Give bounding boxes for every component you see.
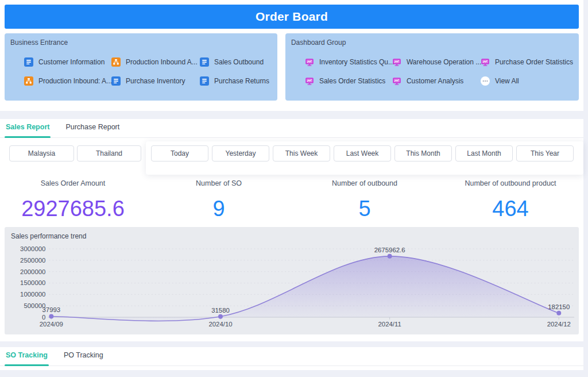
kpi-value: 2927685.6 bbox=[0, 197, 146, 221]
svg-text:2000000: 2000000 bbox=[20, 268, 45, 275]
entry-view-all[interactable]: View All bbox=[481, 76, 573, 86]
kpi-value: 5 bbox=[292, 197, 438, 221]
entry-purchase-inventory[interactable]: Purchase Inventory bbox=[111, 76, 200, 86]
app-header: Order Board bbox=[5, 5, 579, 29]
entry-label: Sales Order Statistics bbox=[319, 77, 385, 85]
sitemap-icon bbox=[24, 76, 33, 86]
entry-label: Inventory Statistics Qu... bbox=[319, 58, 394, 66]
kpi-number-of-outbound-product: Number of outbound product 464 bbox=[438, 179, 583, 221]
svg-text:1500000: 1500000 bbox=[20, 279, 45, 286]
sitemap-icon bbox=[111, 57, 121, 67]
entry-production-inbound-a2[interactable]: Production Inbound: A... bbox=[24, 76, 111, 86]
ellipsis-icon bbox=[481, 76, 490, 86]
top-section: Order Board Business Entrance Customer I… bbox=[0, 0, 583, 111]
panel-title: Business Entrance bbox=[10, 39, 272, 47]
chart-monitor-icon bbox=[392, 57, 401, 67]
kpi-label: Number of outbound product bbox=[438, 179, 583, 187]
entry-sales-order-statistics[interactable]: Sales Order Statistics bbox=[305, 76, 392, 86]
entry-label: Customer Analysis bbox=[407, 77, 463, 85]
time-filter-last-week[interactable]: Last Week bbox=[334, 145, 391, 161]
chart-monitor-icon bbox=[305, 57, 314, 67]
tab-sales-report[interactable]: Sales Report bbox=[5, 123, 51, 137]
entry-customer-analysis[interactable]: Customer Analysis bbox=[392, 76, 481, 86]
svg-text:2024/10: 2024/10 bbox=[208, 321, 232, 328]
business-entrance-panel: Business Entrance Customer Information P… bbox=[5, 33, 277, 101]
kpi-label: Number of outbound bbox=[292, 179, 438, 187]
kpi-sales-order-amount: Sales Order Amount 2927685.6 bbox=[0, 179, 146, 221]
entry-label: Production Inbound: A... bbox=[38, 77, 112, 85]
chart-monitor-icon bbox=[305, 76, 314, 86]
business-entrance-items: Customer Information Production Inbound … bbox=[10, 57, 272, 86]
svg-text:2024/09: 2024/09 bbox=[40, 321, 63, 328]
kpi-value: 9 bbox=[146, 197, 292, 221]
svg-text:2500000: 2500000 bbox=[20, 257, 45, 264]
time-filter-yesterday[interactable]: Yesterday bbox=[212, 145, 269, 161]
kpi-value: 464 bbox=[438, 197, 583, 221]
svg-text:37993: 37993 bbox=[42, 306, 61, 313]
time-filter-last-month[interactable]: Last Month bbox=[455, 145, 513, 161]
kpi-row: Sales Order Amount 2927685.6 Number of S… bbox=[0, 176, 583, 221]
kpi-number-of-outbound: Number of outbound 5 bbox=[292, 179, 438, 221]
dashboard-group-items: Inventory Statistics Qu... Warehouse Ope… bbox=[291, 57, 573, 86]
tab-po-tracking[interactable]: PO Tracking bbox=[63, 351, 105, 366]
country-filter-malaysia[interactable]: Malaysia bbox=[9, 145, 74, 161]
time-filter-today[interactable]: Today bbox=[151, 145, 208, 161]
dashboard-group-panel: Dashboard Group Inventory Statistics Qu.… bbox=[285, 33, 579, 101]
tab-purchase-report[interactable]: Purchase Report bbox=[64, 123, 121, 137]
entry-label: Sales Outbound bbox=[214, 58, 264, 66]
entry-label: Warehouse Operation ... bbox=[407, 58, 481, 66]
filter-row: Malaysia Thailand Today Yesterday This W… bbox=[0, 138, 583, 176]
chart-title: Sales performance trend bbox=[11, 232, 86, 240]
sales-trend-chart: 0500000100000015000002000000250000030000… bbox=[5, 227, 579, 334]
tracking-tabs: SO Tracking PO Tracking bbox=[0, 347, 583, 366]
panel-title: Dashboard Group bbox=[291, 39, 573, 47]
report-card: Sales Report Purchase Report Malaysia Th… bbox=[0, 119, 583, 341]
document-icon bbox=[200, 57, 209, 67]
report-tabs: Sales Report Purchase Report bbox=[0, 119, 583, 138]
section-gap bbox=[0, 111, 588, 119]
document-icon bbox=[111, 76, 121, 86]
time-filter-this-week[interactable]: This Week bbox=[273, 145, 330, 161]
svg-text:0: 0 bbox=[42, 314, 45, 321]
chart-monitor-icon bbox=[392, 76, 401, 86]
svg-text:3000000: 3000000 bbox=[20, 245, 45, 252]
entry-purchase-order-statistics[interactable]: Purchase Order Statistics bbox=[481, 57, 573, 67]
entry-customer-information[interactable]: Customer Information bbox=[24, 57, 111, 67]
entry-label: Purchase Inventory bbox=[126, 77, 185, 85]
entry-label: Purchase Order Statistics bbox=[495, 58, 573, 66]
time-filter-this-month[interactable]: This Month bbox=[394, 145, 452, 161]
entry-warehouse-operation[interactable]: Warehouse Operation ... bbox=[392, 57, 481, 67]
entry-production-inbound-a[interactable]: Production Inbound A... bbox=[111, 57, 200, 67]
svg-text:2024/11: 2024/11 bbox=[378, 321, 401, 328]
kpi-label: Sales Order Amount bbox=[0, 179, 146, 187]
kpi-number-of-so: Number of SO 9 bbox=[146, 179, 292, 221]
country-filter-thailand[interactable]: Thailand bbox=[77, 145, 141, 161]
kpi-label: Number of SO bbox=[146, 179, 292, 187]
entry-inventory-statistics[interactable]: Inventory Statistics Qu... bbox=[305, 57, 392, 67]
svg-text:2675962.6: 2675962.6 bbox=[374, 247, 405, 253]
entry-purchase-returns[interactable]: Purchase Returns bbox=[200, 76, 272, 86]
sales-trend-panel: Sales performance trend 0500000100000015… bbox=[5, 227, 579, 334]
chart-monitor-icon bbox=[481, 57, 490, 67]
document-icon bbox=[24, 57, 33, 67]
svg-text:2024/12: 2024/12 bbox=[547, 321, 571, 328]
tab-so-tracking[interactable]: SO Tracking bbox=[5, 351, 49, 366]
svg-text:31580: 31580 bbox=[211, 307, 230, 314]
page-title: Order Board bbox=[256, 10, 328, 24]
time-filter-this-year[interactable]: This Year bbox=[516, 145, 574, 161]
section-gap bbox=[0, 341, 588, 347]
svg-text:1000000: 1000000 bbox=[20, 291, 45, 298]
tracking-card: SO Tracking PO Tracking bbox=[0, 347, 583, 370]
entry-label: Purchase Returns bbox=[214, 77, 269, 85]
entry-label: View All bbox=[495, 77, 519, 85]
entry-label: Production Inbound A... bbox=[126, 58, 198, 66]
entry-label: Customer Information bbox=[38, 58, 105, 66]
time-filter-card: Today Yesterday This Week Last Week This… bbox=[146, 141, 583, 175]
entry-sales-outbound[interactable]: Sales Outbound bbox=[200, 57, 272, 67]
document-icon bbox=[200, 76, 209, 86]
svg-text:182150: 182150 bbox=[548, 303, 570, 310]
